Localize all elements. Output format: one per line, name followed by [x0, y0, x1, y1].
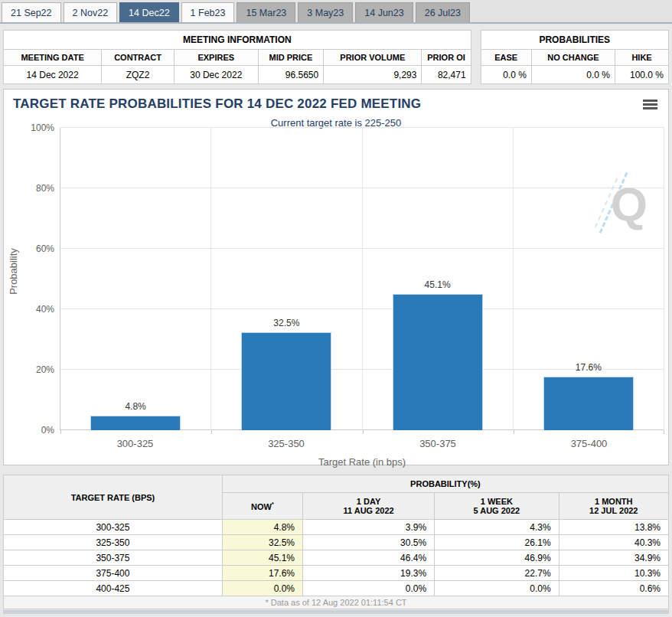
now-value-cell: 17.6%	[222, 566, 302, 581]
rate-cell: 400-425	[4, 581, 223, 596]
bar-slots: 4.8% 32.5% 45.1% 17.6%	[60, 128, 664, 430]
y-tick-40: 40%	[10, 304, 54, 315]
y-tick-60: 60%	[10, 243, 54, 254]
chart-title: TARGET RATE PROBABILITIES FOR 14 DEC 202…	[13, 96, 421, 112]
month-value-cell: 0.6%	[559, 581, 668, 596]
week-value-cell: 22.7%	[435, 566, 559, 581]
no-change-value: 0.0 %	[531, 66, 615, 84]
target-rate-chart-panel: TARGET RATE PROBABILITIES FOR 14 DEC 202…	[3, 89, 669, 465]
bar-350-375[interactable]	[393, 294, 483, 430]
probabilities-title: PROBABILITIES	[481, 31, 668, 50]
now-value-cell: 32.5%	[222, 535, 302, 550]
prior-oi-header: PRIOR OI	[422, 50, 471, 66]
target-rate-bps-header: TARGET RATE (BPS)	[4, 475, 223, 520]
data-as-of-note: * Data as of 12 Aug 2022 01:11:54 CT	[4, 596, 669, 609]
bar-300-325[interactable]	[90, 416, 181, 430]
prior-oi-value: 82,471	[422, 66, 471, 84]
now-value-cell: 4.8%	[222, 520, 302, 535]
bar-325-350[interactable]	[241, 332, 331, 430]
x-tick-mark	[664, 430, 664, 434]
info-row: MEETING INFORMATION MEETING DATE CONTRAC…	[3, 30, 669, 84]
ease-value: 0.0 %	[481, 66, 531, 84]
x-tick-mark	[211, 430, 212, 434]
tab-2-nov22[interactable]: 2 Nov22	[64, 2, 118, 22]
week-value-cell: 0.0%	[435, 581, 559, 596]
table-row: 400-425 0.0% 0.0% 0.0% 0.6%	[4, 581, 669, 596]
table-row: 375-400 17.6% 19.3% 22.7% 10.3%	[4, 566, 669, 581]
table-row: 300-325 4.8% 3.9% 4.3% 13.8%	[4, 520, 669, 535]
rate-cell: 350-375	[4, 550, 223, 566]
expires-value: 30 Dec 2022	[174, 66, 258, 84]
y-tick-20: 20%	[10, 364, 54, 375]
tab-14-dec22[interactable]: 14 Dec22	[119, 2, 179, 22]
y-tick-80: 80%	[10, 183, 54, 194]
meeting-information-table: MEETING INFORMATION MEETING DATE CONTRAC…	[3, 30, 471, 84]
table-row: 325-350 32.5% 30.5% 26.1% 40.3%	[4, 535, 669, 550]
tab-21-sep22[interactable]: 21 Sep22	[2, 2, 61, 22]
bottom-accent-strip	[3, 610, 669, 614]
one-month-column-header: 1 MONTH12 JUL 2022	[559, 493, 668, 520]
bar-value-label: 17.6%	[576, 362, 602, 373]
meeting-date-header: MEETING DATE	[4, 50, 102, 66]
bar-value-label: 45.1%	[425, 279, 451, 290]
week-value-cell: 4.3%	[435, 520, 559, 535]
no-change-header: NO CHANGE	[531, 50, 615, 66]
x-tick-mark	[363, 430, 364, 434]
hike-value: 100.0 %	[615, 66, 669, 84]
one-week-column-header: 1 WEEK5 AUG 2022	[435, 493, 559, 520]
x-tick-mark	[514, 430, 514, 434]
y-tick-100: 100%	[10, 122, 54, 133]
hike-header: HIKE	[615, 50, 669, 66]
quikstrike-watermark-icon: Q	[599, 170, 648, 239]
x-category-375-400: 375-400	[514, 438, 664, 449]
rate-cell: 325-350	[4, 535, 223, 550]
bar-slot-325-350: 32.5%	[211, 128, 362, 430]
expires-header: EXPIRES	[174, 50, 258, 66]
bar-value-label: 32.5%	[273, 318, 299, 328]
now-value-cell: 45.1%	[222, 550, 302, 566]
day-value-cell: 3.9%	[303, 520, 435, 535]
x-category-325-350: 325-350	[210, 438, 362, 449]
month-value-cell: 40.3%	[559, 535, 668, 550]
bar-slot-350-375: 45.1%	[363, 128, 514, 430]
week-value-cell: 46.9%	[435, 550, 559, 566]
probability-history-table: TARGET RATE (BPS) PROBABILITY(%) NOW* 1 …	[3, 475, 669, 609]
ease-header: EASE	[481, 50, 531, 66]
x-tick-mark	[60, 430, 61, 434]
tab-26-jul23[interactable]: 26 Jul23	[416, 2, 470, 22]
meeting-information-title: MEETING INFORMATION	[4, 31, 471, 50]
meeting-date-tab-bar: 21 Sep22 2 Nov22 14 Dec22 1 Feb23 15 Mar…	[0, 0, 672, 24]
y-tick-0: 0%	[10, 425, 54, 436]
meeting-date-value: 14 Dec 2022	[4, 66, 102, 84]
table-row: 350-375 45.1% 46.4% 46.9% 34.9%	[4, 550, 669, 566]
week-value-cell: 26.1%	[435, 535, 559, 550]
chart-plot-area: 4.8% 32.5% 45.1% 17.6% Q	[60, 128, 664, 430]
one-day-column-header: 1 DAY11 AUG 2022	[303, 493, 435, 520]
day-value-cell: 46.4%	[303, 550, 435, 566]
x-axis-title: Target Rate (in bps)	[60, 456, 664, 468]
now-column-header: NOW*	[222, 493, 302, 520]
tab-15-mar23[interactable]: 15 Mar23	[237, 2, 295, 22]
rate-cell: 375-400	[4, 566, 223, 581]
prior-volume-value: 9,293	[324, 66, 422, 84]
footnote-row: * Data as of 12 Aug 2022 01:11:54 CT	[4, 596, 669, 609]
tab-3-may23[interactable]: 3 May23	[298, 2, 353, 22]
bar-slot-300-325: 4.8%	[60, 128, 211, 430]
x-category-300-325: 300-325	[60, 438, 210, 449]
month-value-cell: 34.9%	[559, 550, 668, 566]
day-value-cell: 0.0%	[303, 581, 435, 596]
now-value-cell: 0.0%	[222, 581, 302, 596]
x-category-350-375: 350-375	[362, 438, 514, 449]
contract-header: CONTRACT	[102, 50, 175, 66]
rate-cell: 300-325	[4, 520, 223, 535]
prior-volume-header: PRIOR VOLUME	[324, 50, 422, 66]
day-value-cell: 30.5%	[303, 535, 435, 550]
contract-value: ZQZ2	[102, 66, 175, 84]
chart-menu-icon[interactable]	[643, 100, 657, 111]
tab-14-jun23[interactable]: 14 Jun23	[355, 2, 413, 22]
tab-1-feb23[interactable]: 1 Feb23	[181, 2, 235, 22]
mid-price-header: MID PRICE	[258, 50, 323, 66]
bar-375-400[interactable]	[543, 377, 634, 430]
mid-price-value: 96.5650	[258, 66, 323, 84]
probabilities-summary-table: PROBABILITIES EASE NO CHANGE HIKE 0.0 % …	[481, 30, 669, 84]
